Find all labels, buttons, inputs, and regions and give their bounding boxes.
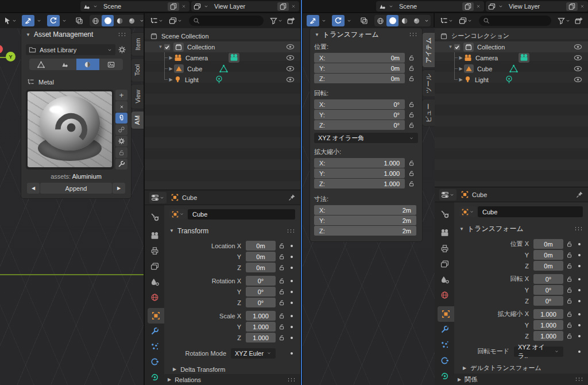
settings-gear-button[interactable]: [115, 136, 127, 147]
animate-dot[interactable]: [288, 280, 295, 282]
lock-icon[interactable]: [405, 160, 419, 167]
value-field[interactable]: 0m: [533, 239, 563, 249]
expand-arrow-icon[interactable]: ▼: [157, 44, 164, 49]
light-label[interactable]: Light: [185, 76, 199, 83]
tab-tool-icon[interactable]: [435, 206, 454, 222]
animate-dot[interactable]: [576, 265, 583, 267]
value-field[interactable]: X:2m: [314, 205, 416, 215]
lock-icon[interactable]: [563, 263, 576, 270]
asset-tab-material-icon[interactable]: [76, 59, 100, 70]
tab-object-icon[interactable]: [438, 306, 454, 322]
camera-label[interactable]: Camera: [475, 55, 498, 61]
lock-icon[interactable]: [276, 313, 288, 319]
animate-dot[interactable]: [288, 267, 295, 269]
outliner-display-mode-button[interactable]: [438, 15, 455, 26]
lock-icon[interactable]: [276, 299, 288, 306]
value-field[interactable]: 0m: [246, 252, 276, 261]
outliner-row-scene-collection[interactable]: シーンコレクション: [435, 30, 588, 41]
value-field[interactable]: 0°: [533, 285, 563, 295]
sidebar-tab-item[interactable]: アイテム: [422, 32, 435, 68]
add-asset-button[interactable]: +: [115, 90, 127, 101]
tab-modifiers-icon[interactable]: [435, 322, 454, 337]
shading-solid-button[interactable]: [102, 15, 114, 26]
rotation-mode-dropdown[interactable]: XYZ オイラー角: [314, 133, 418, 143]
outliner-search-input[interactable]: [479, 16, 551, 26]
outliner-row-cube[interactable]: ▶ Cube: [145, 63, 300, 74]
outliner-display-mode-button[interactable]: [148, 15, 165, 26]
lock-icon[interactable]: [276, 242, 288, 249]
asset-tab-image-icon[interactable]: [99, 59, 123, 70]
light-data-icon[interactable]: [505, 75, 513, 84]
expand-arrow-icon[interactable]: ▶: [458, 66, 464, 71]
animate-dot[interactable]: [576, 324, 583, 326]
unlink-scene-button[interactable]: [474, 2, 483, 11]
gizmo-dropdown[interactable]: [34, 15, 44, 26]
tab-physics-icon[interactable]: [145, 355, 164, 370]
camera-data-icon[interactable]: [519, 53, 529, 63]
new-collection-button[interactable]: [285, 15, 297, 26]
object-type-button[interactable]: [459, 206, 477, 217]
tab-modifiers-icon[interactable]: [145, 324, 164, 339]
camera-label[interactable]: Camera: [185, 55, 208, 61]
value-field[interactable]: Z:0°: [314, 120, 405, 130]
tab-scene-icon[interactable]: [435, 272, 454, 287]
gizmo-x-axis-ball[interactable]: [0, 45, 3, 53]
collection-label[interactable]: Collection: [187, 44, 215, 51]
eye-icon[interactable]: [574, 75, 582, 84]
outliner-filter-button[interactable]: [556, 15, 572, 26]
drag-dots-icon[interactable]: [409, 32, 417, 37]
rotation-mode-dropdown[interactable]: XYZ Euler: [231, 348, 276, 359]
mesh-data-icon[interactable]: [219, 64, 228, 73]
lock-icon[interactable]: [563, 252, 576, 259]
value-field[interactable]: 1.000: [533, 320, 563, 330]
animate-dot[interactable]: [576, 289, 583, 291]
sidebar-tab-item[interactable]: Item: [131, 32, 144, 56]
value-field[interactable]: 1.000: [246, 333, 276, 342]
animate-dot[interactable]: [288, 315, 295, 317]
remove-view-layer-button[interactable]: [289, 2, 298, 11]
object-type-button[interactable]: [169, 209, 187, 220]
tab-view-layer-icon[interactable]: [435, 256, 454, 272]
lock-icon[interactable]: [563, 276, 576, 283]
tab-constraints-icon[interactable]: [145, 369, 164, 385]
object-name-input[interactable]: Cube: [188, 209, 295, 220]
xray-toggle-button[interactable]: [358, 15, 370, 26]
relations-subpanel[interactable]: ▶関係: [454, 374, 588, 385]
animate-dot[interactable]: [288, 326, 295, 328]
tab-tool-icon[interactable]: [145, 209, 164, 225]
animate-dot[interactable]: [288, 337, 295, 339]
value-field[interactable]: 0m: [533, 250, 563, 260]
drag-dots-icon[interactable]: [575, 377, 583, 382]
eye-icon[interactable]: [574, 64, 582, 73]
overlays-toggle-button[interactable]: [47, 15, 60, 26]
overlays-toggle-button[interactable]: [332, 15, 345, 26]
asset-library-dropdown[interactable]: Asset Library: [26, 44, 115, 55]
shading-dropdown[interactable]: [138, 15, 144, 26]
value-field[interactable]: 0°: [246, 298, 276, 307]
shading-solid-button[interactable]: [386, 15, 399, 26]
value-field[interactable]: Y:2m: [314, 215, 416, 225]
value-field[interactable]: X:0°: [314, 99, 405, 109]
asset-tab-mesh-icon[interactable]: [29, 59, 53, 70]
gizmo-toggle-button[interactable]: [22, 15, 34, 26]
lock-icon[interactable]: [276, 324, 288, 330]
lock-icon[interactable]: [563, 311, 576, 318]
light-data-icon[interactable]: [215, 75, 223, 84]
collection-checkbox[interactable]: [454, 44, 461, 51]
asset-settings-gear-icon[interactable]: [118, 45, 126, 54]
animate-dot[interactable]: [576, 243, 583, 245]
tab-output-icon[interactable]: [435, 241, 454, 256]
animate-dot[interactable]: [576, 351, 583, 353]
overlays-dropdown[interactable]: [60, 15, 69, 26]
lock-icon[interactable]: [276, 334, 288, 341]
outliner-row-collection[interactable]: ▼ Collection: [435, 41, 588, 52]
collapse-arrow-icon[interactable]: ▼: [26, 32, 30, 37]
tab-constraints-icon[interactable]: [435, 368, 454, 384]
sidebar-tab-tool[interactable]: Tool: [131, 58, 144, 82]
view-layer-name[interactable]: View Layer: [505, 3, 565, 10]
value-field[interactable]: X:1.000: [314, 158, 405, 168]
scene-collection-label[interactable]: Scene Collection: [161, 33, 209, 40]
value-field[interactable]: X:0m: [314, 53, 405, 63]
new-view-layer-button[interactable]: [277, 2, 289, 11]
shading-material-button[interactable]: [114, 15, 126, 26]
